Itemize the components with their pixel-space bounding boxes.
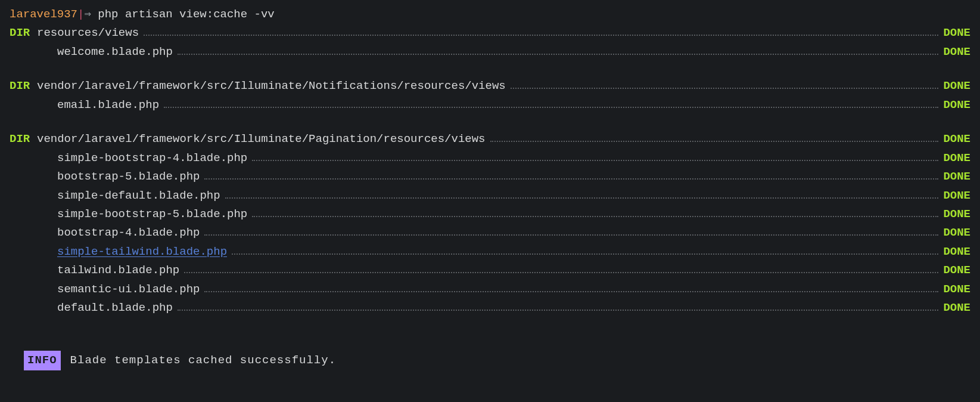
dir-row: DIRvendor/laravel/framework/src/Illumina… xyxy=(10,78,970,95)
info-message: Blade templates cached successfully. xyxy=(70,352,336,369)
dots-fill xyxy=(225,197,939,199)
status-done: DONE xyxy=(943,44,970,61)
dots-fill xyxy=(178,310,939,311)
status-done: DONE xyxy=(943,97,970,114)
status-done: DONE xyxy=(943,262,970,279)
output-area: DIRresources/viewsDONEwelcome.blade.phpD… xyxy=(10,24,970,317)
file-name: tailwind.blade.php xyxy=(57,262,179,279)
dots-fill xyxy=(184,272,938,273)
dots-fill xyxy=(204,234,938,236)
info-badge: INFO xyxy=(24,351,61,370)
file-name: email.blade.php xyxy=(57,97,159,114)
file-row: email.blade.phpDONE xyxy=(10,97,970,114)
status-done: DONE xyxy=(943,150,970,167)
prompt-separator: | xyxy=(77,8,84,21)
file-name-link[interactable]: simple-tailwind.blade.php xyxy=(57,243,227,261)
file-name: semantic-ui.blade.php xyxy=(57,281,200,298)
status-done: DONE xyxy=(943,187,970,205)
status-done: DONE xyxy=(943,206,970,223)
file-row: tailwind.blade.phpDONE xyxy=(10,262,970,279)
prompt-line[interactable]: laravel937|⇒ php artisan view:cache -vv xyxy=(10,6,970,23)
terminal-window: laravel937|⇒ php artisan view:cache -vv … xyxy=(0,0,980,388)
dir-label: DIR xyxy=(10,24,37,42)
file-name: bootstrap-4.blade.php xyxy=(57,224,200,242)
prompt-arrow-icon: ⇒ xyxy=(84,8,91,21)
info-line: INFO Blade templates cached successfully… xyxy=(24,351,970,370)
file-row: simple-default.blade.phpDONE xyxy=(10,187,970,205)
file-row: simple-bootstrap-4.blade.phpDONE xyxy=(10,150,970,167)
dots-fill xyxy=(164,107,938,108)
status-done: DONE xyxy=(943,24,970,42)
file-name: default.blade.php xyxy=(57,299,173,317)
status-done: DONE xyxy=(943,131,970,148)
dots-fill xyxy=(232,253,938,255)
status-done: DONE xyxy=(943,243,970,261)
dots-fill xyxy=(252,160,938,161)
dots-fill xyxy=(204,178,938,180)
dots-fill xyxy=(511,88,939,89)
status-done: DONE xyxy=(943,299,970,317)
dots-fill xyxy=(252,216,938,217)
dir-label: DIR xyxy=(10,78,37,95)
status-done: DONE xyxy=(943,224,970,242)
file-name: welcome.blade.php xyxy=(57,44,173,61)
file-row: bootstrap-4.blade.phpDONE xyxy=(10,224,970,242)
file-row: simple-tailwind.blade.phpDONE xyxy=(10,243,970,261)
dots-fill xyxy=(178,54,939,55)
file-name: simple-default.blade.php xyxy=(57,187,220,205)
status-done: DONE xyxy=(943,78,970,95)
dots-fill xyxy=(490,141,939,142)
prompt-cwd: laravel937 xyxy=(10,8,77,21)
dir-row: DIRvendor/laravel/framework/src/Illumina… xyxy=(10,131,970,148)
file-row: simple-bootstrap-5.blade.phpDONE xyxy=(10,206,970,223)
dir-label: DIR xyxy=(10,131,37,148)
file-row: default.blade.phpDONE xyxy=(10,299,970,317)
file-row: bootstrap-5.blade.phpDONE xyxy=(10,168,970,185)
status-done: DONE xyxy=(943,168,970,185)
dots-fill xyxy=(144,35,938,36)
dir-path: resources/views xyxy=(37,24,139,42)
file-name: bootstrap-5.blade.php xyxy=(57,168,200,185)
file-row: welcome.blade.phpDONE xyxy=(10,44,970,61)
dir-path: vendor/laravel/framework/src/Illuminate/… xyxy=(37,131,486,148)
dots-fill xyxy=(204,291,938,292)
command-text: php artisan view:cache -vv xyxy=(98,8,274,21)
file-row: semantic-ui.blade.phpDONE xyxy=(10,281,970,298)
dir-row: DIRresources/viewsDONE xyxy=(10,24,970,42)
status-done: DONE xyxy=(943,281,970,298)
file-name: simple-bootstrap-5.blade.php xyxy=(57,206,247,223)
file-name: simple-bootstrap-4.blade.php xyxy=(57,150,247,167)
dir-path: vendor/laravel/framework/src/Illuminate/… xyxy=(37,78,506,95)
